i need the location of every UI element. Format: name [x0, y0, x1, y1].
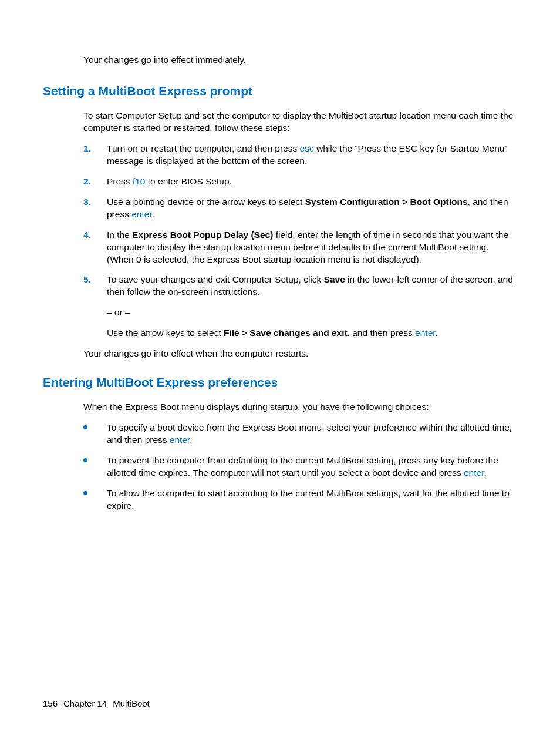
- section2-lead: When the Express Boot menu displays duri…: [83, 401, 517, 414]
- step-1: 1. Turn on or restart the computer, and …: [83, 143, 517, 167]
- section2-bullets: To specify a boot device from the Expres…: [83, 422, 517, 512]
- key-enter: enter: [464, 468, 484, 478]
- or-separator: – or –: [107, 307, 517, 319]
- section1-lead: To start Computer Setup and set the comp…: [83, 110, 517, 135]
- bullet-text: To specify a boot device from the Expres…: [107, 422, 512, 445]
- chapter-label: Chapter 14: [63, 698, 107, 708]
- heading-entering-preferences: Entering MultiBoot Express preferences: [43, 374, 517, 391]
- step-text: In the: [107, 230, 132, 240]
- step-3: 3. Use a pointing device or the arrow ke…: [83, 196, 517, 221]
- step-number: 5.: [83, 274, 91, 286]
- step-text: Use a pointing device or the arrow keys …: [107, 197, 305, 207]
- step-text-alt: Use the arrow keys to select File > Save…: [107, 327, 517, 340]
- intro-text: Your changes go into effect immediately.: [83, 54, 517, 66]
- heading-setting-multiboot: Setting a MultiBoot Express prompt: [43, 83, 517, 99]
- step-number: 2.: [83, 176, 91, 188]
- section1-steps: 1. Turn on or restart the computer, and …: [83, 143, 517, 340]
- field-name: Express Boot Popup Delay (Sec): [132, 230, 273, 240]
- page-footer: 156Chapter 14MultiBoot: [43, 698, 150, 710]
- bullet-1: To specify a boot device from the Expres…: [83, 422, 517, 446]
- section1-tail: Your changes go into effect when the com…: [83, 348, 517, 360]
- step-5: 5. To save your changes and exit Compute…: [83, 274, 517, 340]
- chapter-title: MultiBoot: [113, 698, 150, 708]
- step-4: 4. In the Express Boot Popup Delay (Sec)…: [83, 229, 517, 266]
- step-2: 2. Press f10 to enter BIOS Setup.: [83, 176, 517, 188]
- bullet-text: .: [190, 435, 192, 445]
- menu-path: File > Save changes and exit: [224, 328, 348, 338]
- step-number: 1.: [83, 143, 91, 155]
- step-text: .: [152, 209, 154, 219]
- step-text: .: [436, 328, 438, 338]
- step-number: 4.: [83, 229, 91, 241]
- page-number: 156: [43, 698, 58, 708]
- step-text: to enter BIOS Setup.: [146, 176, 232, 186]
- bullet-text: To allow the computer to start according…: [107, 488, 510, 510]
- step-text: To save your changes and exit Computer S…: [107, 274, 324, 284]
- document-page: Your changes go into effect immediately.…: [0, 0, 560, 550]
- bullet-3: To allow the computer to start according…: [83, 488, 517, 512]
- step-text: Turn on or restart the computer, and the…: [107, 143, 300, 153]
- key-esc: esc: [300, 143, 314, 153]
- key-enter: enter: [131, 209, 151, 219]
- step-number: 3.: [83, 196, 91, 209]
- bullet-text: .: [484, 468, 486, 478]
- bullet-2: To prevent the computer from defaulting …: [83, 455, 517, 479]
- step-text: Use the arrow keys to select: [107, 328, 224, 338]
- step-text: Press: [107, 176, 133, 186]
- key-enter: enter: [415, 328, 435, 338]
- key-enter: enter: [170, 435, 190, 445]
- step-text: , and then press: [348, 328, 415, 338]
- button-name: Save: [324, 274, 345, 284]
- menu-path: System Configuration > Boot Options: [305, 197, 468, 207]
- bullet-text: To prevent the computer from defaulting …: [107, 455, 498, 478]
- key-f10: f10: [133, 176, 146, 186]
